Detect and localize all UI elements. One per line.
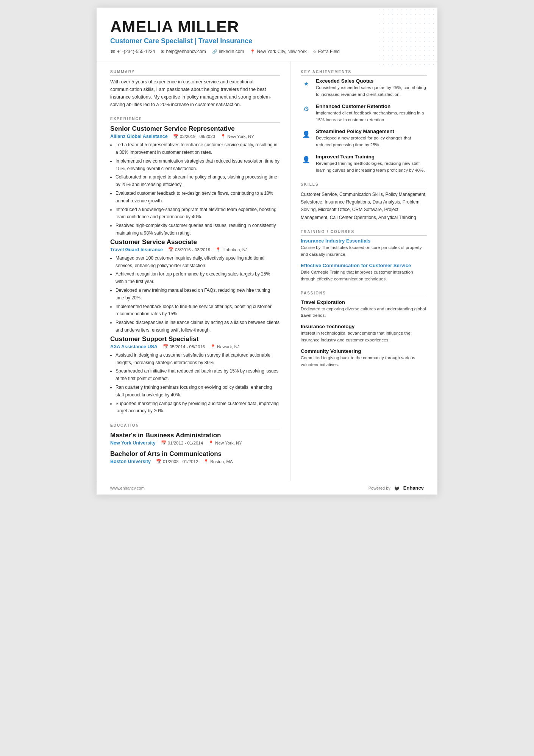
location-edu-icon-1: 📍 [208,440,214,446]
linkedin-url: linkedin.com [219,49,244,54]
achievement-3-icon: 👤 [301,129,311,139]
list-item: Supported marketing campaigns by providi… [116,400,280,415]
job-1: Senior Customer Service Representative A… [110,125,280,237]
job-1-dates: 📅 03/2019 - 09/2023 [173,134,215,139]
list-item: Spearheaded an initiative that reduced c… [116,368,280,383]
passion-3: Community Volunteering Committed to givi… [301,348,427,368]
calendar-icon-1: 📅 [173,134,178,139]
passion-2-title: Insurance Technology [301,324,427,329]
right-column: KEY ACHIEVEMENTS ★ Exceeded Sales Quotas… [291,61,437,481]
skills-section: SKILLS Customer Service, Communication S… [301,182,427,222]
calendar-edu-icon-1: 📅 [161,440,166,446]
achievement-4-title: Improved Team Training [316,154,427,160]
degree-2-school: Boston University [110,459,151,464]
list-item: Ran quarterly training seminars focusing… [116,384,280,399]
degree-2-title: Bachelor of Arts in Communications [110,450,280,458]
footer-powered: Powered by Enhancv [368,485,424,491]
calendar-icon-2: 📅 [168,247,173,252]
course-2-title: Effective Communication for Customer Ser… [301,263,427,268]
list-item: Managed over 100 customer inquiries dail… [116,255,280,270]
passions-section: PASSIONS Travel Exploration Dedicated to… [301,291,427,368]
email-address: help@enhancv.com [166,49,206,54]
job-1-employer: Allianz Global Assistance [110,134,168,139]
course-1: Insurance Industry Essentials Course by … [301,238,427,258]
education-label: EDUCATION [110,423,280,429]
achievement-3-content: Streamlined Policy Management Developed … [316,128,427,149]
location-text: New York City, New York [257,49,306,54]
star-icon: ☆ [313,49,317,54]
course-2-desc: Dale Carnegie Training that improves cus… [301,269,427,283]
phone-icon: ☎ [110,49,116,54]
footer-bar: www.enhancv.com Powered by Enhancv [97,481,437,495]
achievement-1-icon: ★ [301,78,311,89]
job-1-location: 📍 New York, NY [220,134,254,139]
phone-number: +1-(234)-555-1234 [117,49,155,54]
list-item: Achieved recognition for top performance… [116,271,280,286]
degree-1-row: New York University 📅 01/2012 - 01/2014 … [110,440,280,446]
job-3-location: 📍 Newark, NJ [210,344,239,349]
training-label: TRAINING / COURSES [301,230,427,236]
candidate-title: Customer Care Specialist | Travel Insura… [110,37,424,45]
extra-field: Extra Field [318,49,340,54]
passion-1-title: Travel Exploration [301,299,427,305]
achievement-3-desc: Developed a new protocol for policy chan… [316,135,427,149]
degree-1-school: New York University [110,440,156,446]
achievement-1-desc: Consistently exceeded sales quotas by 25… [316,85,427,98]
location-icon-1: 📍 [220,134,226,139]
location-contact: 📍 New York City, New York [250,49,306,54]
degree-1-title: Master's in Business Administration [110,432,280,439]
job-1-title: Senior Customer Service Representative [110,125,280,133]
job-2-employer-row: Travel Guard Insurance 📅 08/2016 - 03/20… [110,247,280,252]
achievement-2-content: Enhanced Customer Retention Implemented … [316,103,427,124]
email-icon: ✉ [161,49,164,54]
achievements-section: KEY ACHIEVEMENTS ★ Exceeded Sales Quotas… [301,70,427,174]
achievement-1-content: Exceeded Sales Quotas Consistently excee… [316,78,427,98]
degree-1-location: 📍 New York, NY [208,440,242,446]
job-3-title: Customer Support Specialist [110,335,280,343]
job-3-employer: AXA Assistance USA [110,344,158,349]
job-2-title: Customer Service Associate [110,238,280,246]
location-icon: 📍 [250,49,255,54]
list-item: Collaborated on a project to streamline … [116,174,280,189]
list-item: Assisted in designing a customer satisfa… [116,352,280,367]
enhancv-brand: Enhancv [403,485,424,491]
summary-section: SUMMARY With over 5 years of experience … [110,70,280,108]
list-item: Developed a new training manual based on… [116,287,280,302]
passion-3-title: Community Volunteering [301,348,427,354]
location-icon-3: 📍 [210,344,215,349]
passion-1-desc: Dedicated to exploring diverse cultures … [301,306,427,319]
list-item: Introduced a knowledge-sharing program t… [116,206,280,221]
achievement-1-title: Exceeded Sales Quotas [316,78,427,84]
experience-label: EXPERIENCE [110,117,280,123]
degree-1: Master's in Business Administration New … [110,432,280,446]
list-item: Resolved high-complexity customer querie… [116,222,280,237]
list-item: Resolved discrepancies in insurance clai… [116,319,280,334]
skills-label: SKILLS [301,182,427,188]
experience-section: EXPERIENCE Senior Customer Service Repre… [110,117,280,415]
job-1-employer-row: Allianz Global Assistance 📅 03/2019 - 09… [110,134,280,139]
job-2-employer: Travel Guard Insurance [110,247,163,252]
summary-label: SUMMARY [110,70,280,76]
list-item: Led a team of 5 representatives to enhan… [116,141,280,157]
degree-2-dates: 📅 01/2008 - 01/2012 [156,459,198,464]
degree-2-location: 📍 Boston, MA [203,459,233,464]
achievement-2-icon: ⚙ [301,104,311,114]
location-edu-icon-2: 📍 [203,459,209,464]
contact-row: ☎ +1-(234)-555-1234 ✉ help@enhancv.com 🔗… [110,49,424,54]
phone-contact: ☎ +1-(234)-555-1234 [110,49,155,54]
achievement-2-desc: Implemented client feedback mechanisms, … [316,110,427,124]
passions-label: PASSIONS [301,291,427,297]
powered-by-label: Powered by [368,486,390,490]
job-1-bullets: Led a team of 5 representatives to enhan… [110,141,280,237]
passion-2-desc: Interest in technological advancements t… [301,330,427,344]
training-section: TRAINING / COURSES Insurance Industry Es… [301,230,427,282]
link-icon: 🔗 [212,49,217,54]
passion-3-desc: Committed to giving back to the communit… [301,355,427,368]
job-2: Customer Service Associate Travel Guard … [110,238,280,334]
location-icon-2: 📍 [215,247,221,252]
extra-contact: ☆ Extra Field [313,49,340,54]
passion-2: Insurance Technology Interest in technol… [301,324,427,344]
linkedin-contact: 🔗 linkedin.com [212,49,244,54]
header-section: AMELIA MILLER Customer Care Specialist |… [97,8,437,61]
passion-1: Travel Exploration Dedicated to explorin… [301,299,427,319]
